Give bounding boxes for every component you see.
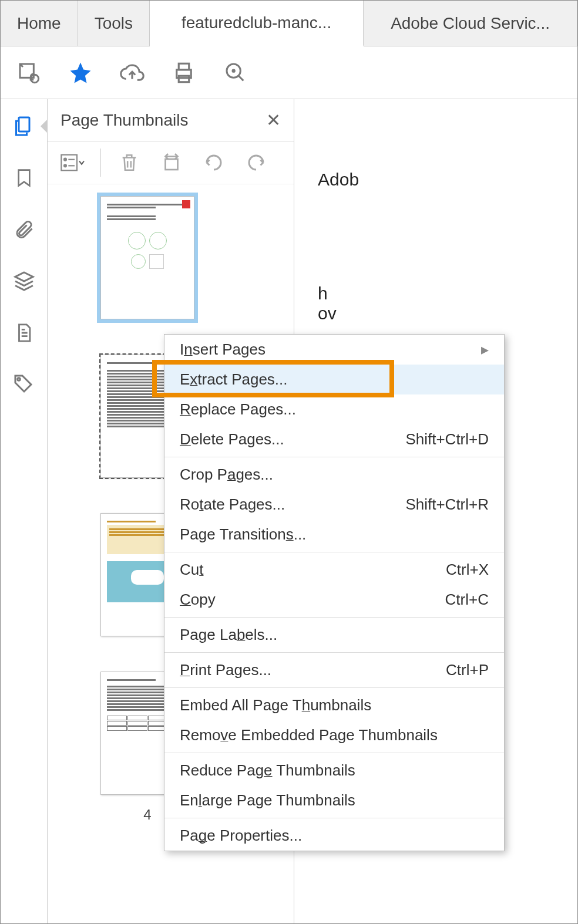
svg-point-8	[17, 378, 20, 381]
menu-reduce-thumbnails[interactable]: Reduce Page Thumbnails	[164, 756, 504, 785]
page-thumbnail-1[interactable]	[100, 196, 194, 319]
rotate-page-icon[interactable]	[157, 149, 186, 177]
menu-separator	[164, 687, 504, 688]
menu-delete-pages[interactable]: Delete Pages... Shift+Ctrl+D	[164, 424, 504, 454]
search-icon[interactable]	[221, 59, 250, 87]
layers-tab-icon[interactable]	[11, 268, 37, 294]
close-panel-icon[interactable]: ✕	[266, 110, 281, 130]
save-cloud-icon[interactable]	[15, 59, 43, 87]
menu-separator	[164, 753, 504, 753]
page-tab-icon[interactable]	[11, 320, 37, 346]
menu-rotate-pages[interactable]: Rotate Pages... Shift+Ctrl+R	[164, 490, 504, 520]
menu-cut[interactable]: Cut Ctrl+X	[164, 555, 504, 585]
tab-document-1[interactable]: featuredclub-manc...	[150, 1, 364, 46]
svg-rect-7	[19, 117, 29, 131]
svg-rect-4	[179, 76, 189, 82]
menu-separator	[164, 818, 504, 818]
menu-separator	[164, 457, 504, 457]
tab-bar: Home Tools featuredclub-manc... Adobe Cl…	[1, 1, 577, 46]
menu-page-labels[interactable]: Page Labels...	[164, 620, 504, 650]
panel-toolbar	[48, 141, 294, 184]
svg-point-11	[64, 164, 66, 167]
menu-extract-pages[interactable]: Extract Pages...	[164, 365, 504, 394]
thumbnails-tab-icon[interactable]	[11, 113, 37, 139]
menu-print-pages[interactable]: Print Pages... Ctrl+P	[164, 655, 504, 685]
context-menu: Insert Pages ▸ Extract Pages... Replace …	[164, 334, 505, 851]
shortcut: Ctrl+P	[446, 661, 489, 679]
svg-rect-12	[166, 159, 178, 170]
print-icon[interactable]	[170, 59, 198, 87]
undo-icon[interactable]	[200, 149, 228, 177]
star-icon[interactable]	[66, 59, 95, 87]
panel-header: Page Thumbnails ✕	[48, 99, 294, 141]
main-toolbar	[1, 46, 577, 99]
doc-text-2b: ov	[318, 303, 577, 323]
left-nav-rail	[1, 99, 48, 923]
submenu-arrow-icon: ▸	[481, 340, 489, 359]
doc-text-2a: h	[318, 284, 577, 303]
svg-point-6	[233, 70, 234, 72]
delete-page-icon[interactable]	[115, 149, 143, 177]
doc-text-1: Adob	[318, 170, 577, 190]
separator	[100, 149, 101, 177]
svg-point-10	[64, 159, 66, 161]
shortcut: Shift+Ctrl+R	[405, 495, 489, 514]
menu-enlarge-thumbnails[interactable]: Enlarge Page Thumbnails	[164, 785, 504, 815]
menu-separator	[164, 552, 504, 552]
menu-page-properties[interactable]: Page Properties...	[164, 821, 504, 851]
tab-home[interactable]: Home	[1, 1, 78, 46]
menu-replace-pages[interactable]: Replace Pages...	[164, 394, 504, 424]
tab-tools[interactable]: Tools	[78, 1, 150, 46]
tag-tab-icon[interactable]	[11, 372, 37, 397]
menu-crop-pages[interactable]: Crop Pages...	[164, 460, 504, 490]
menu-separator	[164, 652, 504, 653]
upload-cloud-icon[interactable]	[118, 59, 146, 87]
menu-separator	[164, 617, 504, 618]
svg-rect-9	[61, 155, 77, 171]
menu-remove-embedded-thumbnails[interactable]: Remove Embedded Page Thumbnails	[164, 720, 504, 750]
shortcut: Ctrl+X	[446, 561, 489, 579]
options-dropdown-icon[interactable]	[58, 149, 86, 177]
menu-insert-pages[interactable]: Insert Pages ▸	[164, 335, 504, 365]
shortcut: Shift+Ctrl+D	[405, 430, 489, 448]
panel-title: Page Thumbnails	[61, 111, 188, 130]
menu-embed-thumbnails[interactable]: Embed All Page Thumbnails	[164, 690, 504, 720]
tab-document-2[interactable]: Adobe Cloud Servic...	[364, 1, 577, 46]
menu-copy[interactable]: Copy Ctrl+C	[164, 585, 504, 615]
menu-page-transitions[interactable]: Page Transitions...	[164, 520, 504, 549]
shortcut: Ctrl+C	[445, 591, 489, 609]
attachment-tab-icon[interactable]	[11, 217, 37, 242]
redo-icon[interactable]	[242, 149, 270, 177]
bookmark-tab-icon[interactable]	[11, 165, 37, 191]
svg-rect-3	[179, 63, 189, 70]
